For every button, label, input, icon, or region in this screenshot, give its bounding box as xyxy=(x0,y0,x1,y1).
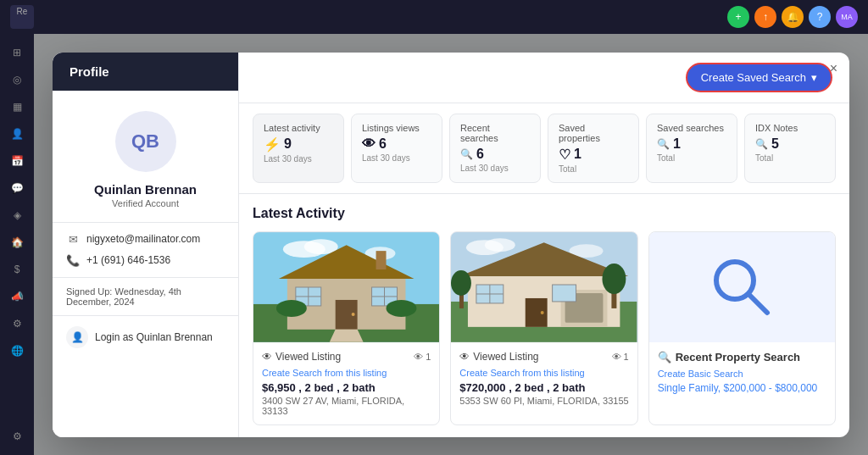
stat-listings-views-period: Last 30 days xyxy=(362,153,431,163)
email-icon: ✉ xyxy=(66,233,80,246)
sidebar-item-sites[interactable]: 🌐 xyxy=(5,339,29,363)
sidebar-item-search[interactable]: ⊞ xyxy=(5,41,29,64)
svg-point-35 xyxy=(603,264,626,294)
stat-listings-views: Listings views 👁 6 Last 30 days xyxy=(351,114,442,183)
sidebar-item-opportunities[interactable]: ◈ xyxy=(5,203,29,227)
bell-icon[interactable]: 🔔 xyxy=(782,6,804,28)
notes-icon: 🔍 xyxy=(755,138,768,150)
stat-latest-activity-value: ⚡ 9 xyxy=(264,136,333,153)
activity-card-1-header: 👁 Viewed Listing 👁 1 xyxy=(262,351,431,363)
sidebar-item-contacts[interactable]: 👤 xyxy=(5,122,29,146)
main-area: × Profile QB Quinlan Brennan Verified Ac… xyxy=(34,34,868,455)
right-panel: Create Saved Search ▾ Latest activity ⚡ … xyxy=(239,53,849,437)
svg-rect-28 xyxy=(526,297,548,326)
create-saved-search-label: Create Saved Search xyxy=(701,71,806,84)
viewed-label-1: 👁 Viewed Listing xyxy=(262,351,341,363)
stat-latest-activity-label: Latest activity xyxy=(264,123,333,133)
sidebar-item-dashboard[interactable]: ▦ xyxy=(5,95,29,119)
svg-point-29 xyxy=(541,310,544,314)
activity-card-1: 👁 Viewed Listing 👁 1 Create Search from … xyxy=(253,231,440,425)
login-as-button[interactable]: 👤 Login as Quinlan Brennan xyxy=(53,316,238,358)
create-basic-search-link[interactable]: Create Basic Search xyxy=(658,369,826,379)
avatar-section: QB Quinlan Brennan Verified Account xyxy=(53,91,238,223)
sidebar-item-marketing[interactable]: 📣 xyxy=(5,285,29,308)
viewed-label-text: Viewed Listing xyxy=(275,351,341,363)
signed-up-section: Signed Up: Wednesday, 4th December, 2024 xyxy=(53,278,238,316)
stat-idx-notes-value: 🔍 5 xyxy=(755,136,825,152)
svg-point-17 xyxy=(387,299,417,316)
recent-search-label: Recent Property Search xyxy=(676,351,800,363)
profile-modal: × Profile QB Quinlan Brennan Verified Ac… xyxy=(53,53,849,437)
stat-listings-views-value: 👁 6 xyxy=(362,136,431,152)
stats-row: Latest activity ⚡ 9 Last 30 days Listing… xyxy=(239,103,849,194)
login-as-label: Login as Quinlan Brennan xyxy=(95,331,213,343)
activity-title: Latest Activity xyxy=(253,206,836,221)
sidebar: ⊞ ◎ ▦ 👤 📅 💬 ◈ 🏠 $ 📣 ⚙ 🌐 ⚙ xyxy=(0,34,34,455)
stat-idx-notes: IDX Notes 🔍 5 Total xyxy=(744,114,836,183)
view-count-1: 👁 1 xyxy=(414,352,431,362)
modal-backdrop: × Profile QB Quinlan Brennan Verified Ac… xyxy=(34,34,868,455)
phone-icon: 📞 xyxy=(66,254,80,267)
stat-recent-searches-label: Recent searches xyxy=(460,123,530,143)
property-image-1 xyxy=(253,232,439,342)
sidebar-item-leads[interactable]: ◎ xyxy=(5,68,29,92)
phone-item: 📞 +1 (691) 646-1536 xyxy=(66,254,225,267)
profile-tab[interactable]: Profile xyxy=(53,53,238,91)
stat-saved-searches-value: 🔍 1 xyxy=(657,136,726,152)
upload-icon[interactable]: ↑ xyxy=(754,6,776,28)
stat-value-text: 9 xyxy=(284,136,292,152)
add-icon[interactable]: + xyxy=(727,6,749,28)
svg-line-39 xyxy=(748,294,767,313)
create-saved-search-button[interactable]: Create Saved Search ▾ xyxy=(686,63,832,92)
view-count-value-2: 1 xyxy=(624,352,629,362)
stat-idx-notes-period: Total xyxy=(755,153,825,163)
activity-card-3: 🔍 Recent Property Search Create Basic Se… xyxy=(648,231,836,425)
stat-saved-properties-period: Total xyxy=(559,164,628,174)
property-price-2: $720,000 , 2 bed , 2 bath xyxy=(459,381,628,394)
left-panel: Profile QB Quinlan Brennan Verified Acco… xyxy=(53,53,239,437)
user-name: Quinlan Brennan xyxy=(94,182,197,197)
search-icon: 🔍 xyxy=(460,148,473,160)
logo: Re xyxy=(10,5,34,29)
viewed-label-text-2: Viewed Listing xyxy=(473,351,538,363)
property-image-2 xyxy=(451,232,637,342)
eye-count-icon-2: 👁 xyxy=(612,352,621,362)
top-bar-actions: + ↑ 🔔 ? MA xyxy=(727,6,858,28)
stat-saved-searches-label: Saved searches xyxy=(657,123,726,133)
help-icon[interactable]: ? xyxy=(809,6,831,28)
email-value: nigyxeto@mailinator.com xyxy=(86,233,200,245)
activity-card-2: 👁 Viewed Listing 👁 1 Create Search from … xyxy=(450,231,637,425)
stat-value-text: 6 xyxy=(476,147,484,162)
sidebar-item-settings[interactable]: ⚙ xyxy=(5,424,29,448)
email-item: ✉ nigyxeto@mailinator.com xyxy=(66,233,225,246)
stat-recent-searches-value: 🔍 6 xyxy=(460,147,530,162)
stat-saved-properties-label: Saved properties xyxy=(559,123,628,143)
view-count-value: 1 xyxy=(426,352,431,362)
search-filter-value[interactable]: Single Family, $200,000 - $800,000 xyxy=(658,382,826,394)
user-avatar-icon[interactable]: MA xyxy=(836,6,858,28)
sidebar-item-automation[interactable]: ⚙ xyxy=(5,312,29,336)
sidebar-item-payments[interactable]: $ xyxy=(5,258,29,281)
svg-point-37 xyxy=(451,270,471,296)
activity-cards: 👁 Viewed Listing 👁 1 Create Search from … xyxy=(253,231,836,425)
stat-listings-views-label: Listings views xyxy=(362,123,431,133)
search-placeholder xyxy=(649,232,835,342)
profile-tab-label: Profile xyxy=(70,64,109,79)
sidebar-item-properties[interactable]: 🏠 xyxy=(5,230,29,254)
stat-value-text: 5 xyxy=(771,136,779,152)
sidebar-item-calendar[interactable]: 📅 xyxy=(5,149,29,173)
svg-rect-33 xyxy=(553,285,576,302)
create-search-link-1[interactable]: Create Search from this listing xyxy=(262,368,431,378)
stat-latest-activity-period: Last 30 days xyxy=(264,154,333,164)
eye-view-icon: 👁 xyxy=(262,351,272,363)
activity-card-1-body: 👁 Viewed Listing 👁 1 Create Search from … xyxy=(253,342,439,424)
create-search-link-2[interactable]: Create Search from this listing xyxy=(459,368,628,378)
avatar-initials: QB xyxy=(131,130,159,153)
property-address-1: 3400 SW 27 AV, Miami, FLORIDA, 33133 xyxy=(262,396,431,416)
right-header: Create Saved Search ▾ xyxy=(239,53,849,103)
lightning-icon: ⚡ xyxy=(264,136,281,153)
stat-recent-searches: Recent searches 🔍 6 Last 30 days xyxy=(449,114,541,183)
sidebar-item-communication[interactable]: 💬 xyxy=(5,176,29,200)
avatar: QB xyxy=(115,111,176,172)
modal-close-button[interactable]: × xyxy=(830,61,837,76)
